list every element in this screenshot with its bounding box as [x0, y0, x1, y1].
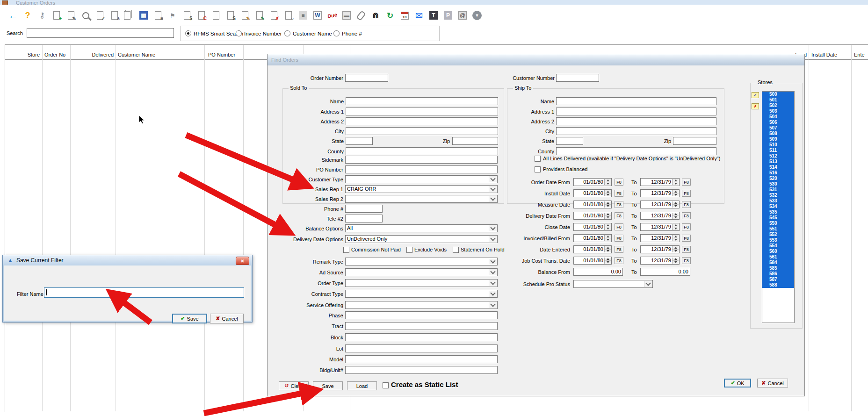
store-item[interactable]: 588	[762, 282, 794, 288]
document-icon[interactable]	[210, 9, 222, 22]
radio-phone[interactable]	[333, 30, 340, 36]
spin-up-icon[interactable]	[673, 201, 679, 205]
date-entered-to-f8-button[interactable]: F8	[682, 246, 691, 253]
dialog-close-button[interactable]: ✕	[236, 257, 249, 265]
print-icon[interactable]: ≡	[297, 9, 309, 22]
search-input[interactable]	[27, 28, 174, 38]
ship-to-city-input[interactable]	[556, 127, 716, 135]
spin-up-icon[interactable]	[605, 201, 611, 205]
email-icon[interactable]: ✉	[413, 9, 425, 22]
field-block-input[interactable]	[345, 333, 498, 341]
spin-up-icon[interactable]	[673, 179, 679, 182]
spinner[interactable]	[672, 190, 679, 196]
write-order-icon[interactable]: ✎	[239, 9, 251, 22]
dialog-cancel-button[interactable]: ✘ Cancel	[210, 314, 244, 323]
column-header-customer-name[interactable]: Customer Name	[118, 52, 197, 57]
field-model-input[interactable]	[345, 355, 498, 363]
key-icon[interactable]: ⚷	[36, 9, 48, 22]
store-item[interactable]: 503	[762, 108, 794, 114]
field-phone-input[interactable]	[345, 205, 383, 213]
spin-up-icon[interactable]	[673, 246, 679, 250]
store-item[interactable]: 550	[762, 221, 794, 226]
sold-to-county-input[interactable]	[346, 147, 498, 155]
static-list-checkbox[interactable]	[383, 382, 389, 388]
search-order-icon[interactable]	[80, 9, 91, 22]
chevron-down-icon[interactable]	[489, 196, 497, 202]
close-date-to-f8-button[interactable]: F8	[682, 223, 691, 230]
store-item[interactable]: 535	[762, 209, 794, 215]
job-cost-trans-date-from-f8-button[interactable]: F8	[615, 257, 623, 264]
column-header-ente[interactable]: Ente	[854, 52, 867, 57]
store-item[interactable]: 533	[762, 198, 794, 204]
install-date-to-f8-button[interactable]: F8	[682, 190, 691, 197]
invoiced-billed-from-from-f8-button[interactable]: F8	[615, 235, 623, 242]
field-phase-input[interactable]	[345, 311, 498, 319]
store-item[interactable]: 500	[762, 92, 794, 97]
checkbox-all-lines-delivered[interactable]	[535, 156, 541, 162]
chevron-down-icon[interactable]	[489, 291, 497, 297]
spin-down-icon[interactable]	[605, 250, 611, 252]
checkbox-commission-not-paid[interactable]	[343, 247, 349, 253]
binoculars-find-icon[interactable]: ⋒	[370, 9, 381, 22]
spin-down-icon[interactable]	[605, 238, 611, 241]
radio-customer-name[interactable]	[284, 30, 290, 36]
spinner[interactable]	[604, 258, 611, 264]
load-filter-button[interactable]: Load	[347, 381, 377, 390]
store-item[interactable]: 534	[762, 204, 794, 209]
store-item[interactable]: 507	[762, 125, 794, 131]
spinner[interactable]	[604, 235, 611, 241]
store-deselect-all-icon[interactable]: ✗	[752, 103, 759, 109]
column-header-order-no[interactable]: Order No	[44, 52, 72, 57]
store-select-all-icon[interactable]: ✓	[752, 92, 759, 98]
spin-down-icon[interactable]	[605, 182, 611, 185]
store-item[interactable]: 531	[762, 187, 794, 193]
store-item[interactable]: 553	[762, 237, 794, 243]
order-date-from-to-input[interactable]: 12/31/79	[640, 178, 680, 186]
spin-up-icon[interactable]	[673, 235, 679, 238]
date-entered-from-f8-button[interactable]: F8	[615, 246, 623, 253]
store-item[interactable]: 545	[762, 215, 794, 221]
sold-to-city-input[interactable]	[346, 127, 498, 135]
field-bldg-unit-input[interactable]	[345, 366, 498, 374]
search-mode-customer-name[interactable]: Customer Name	[284, 30, 332, 36]
install-date-from-f8-button[interactable]: F8	[615, 190, 623, 197]
ship-to-address-1-input[interactable]	[556, 108, 716, 115]
refresh-icon[interactable]: ↻	[384, 9, 396, 22]
spin-down-icon[interactable]	[673, 227, 679, 230]
store-item[interactable]: 552	[762, 232, 794, 237]
store-item[interactable]: 586	[762, 271, 794, 277]
spin-up-icon[interactable]	[605, 179, 611, 182]
customer-number-input[interactable]	[556, 74, 599, 82]
spin-down-icon[interactable]	[605, 194, 611, 196]
spin-down-icon[interactable]	[673, 261, 679, 264]
search-mode-invoice-number[interactable]: Invoice Number	[236, 30, 282, 36]
radio-invoice-number[interactable]	[236, 30, 242, 36]
spin-down-icon[interactable]	[673, 250, 679, 252]
chevron-down-icon[interactable]	[489, 302, 497, 308]
balance-from-input[interactable]: 0.00	[573, 268, 623, 276]
invoiced-billed-from-to-input[interactable]: 12/31/79	[640, 234, 680, 242]
save-filter-button[interactable]: Save	[313, 381, 343, 390]
delivery-date-from-from-f8-button[interactable]: F8	[615, 212, 623, 219]
spin-up-icon[interactable]	[605, 213, 611, 216]
store-item[interactable]: 504	[762, 114, 794, 120]
spin-down-icon[interactable]	[605, 261, 611, 264]
ship-to-name-input[interactable]	[556, 97, 716, 105]
stores-listbox[interactable]: 5005015025035045065075085095105115125135…	[762, 91, 795, 323]
spin-down-icon[interactable]	[673, 194, 679, 196]
invoiced-billed-from-to-f8-button[interactable]: F8	[682, 235, 691, 242]
column-header-po-number[interactable]: PO Number	[208, 52, 260, 57]
spin-down-icon[interactable]	[673, 182, 679, 185]
field-sidemark-input[interactable]	[345, 156, 498, 164]
close-date-to-input[interactable]: 12/31/79	[640, 223, 680, 231]
column-header-delivered[interactable]: Delivered	[74, 52, 114, 57]
spin-down-icon[interactable]	[605, 205, 611, 208]
save-filter-titlebar[interactable]: ▲ Save Current Filter	[3, 255, 252, 265]
install-date-to-input[interactable]: 12/31/79	[640, 189, 680, 197]
filter-name-input[interactable]	[44, 287, 244, 298]
pdf-export-icon[interactable]: P	[442, 9, 454, 22]
clear-button[interactable]: ↺ Clear	[279, 381, 309, 390]
store-item[interactable]: 530	[762, 181, 794, 187]
spin-up-icon[interactable]	[605, 224, 611, 227]
store-item[interactable]: 501	[762, 97, 794, 103]
